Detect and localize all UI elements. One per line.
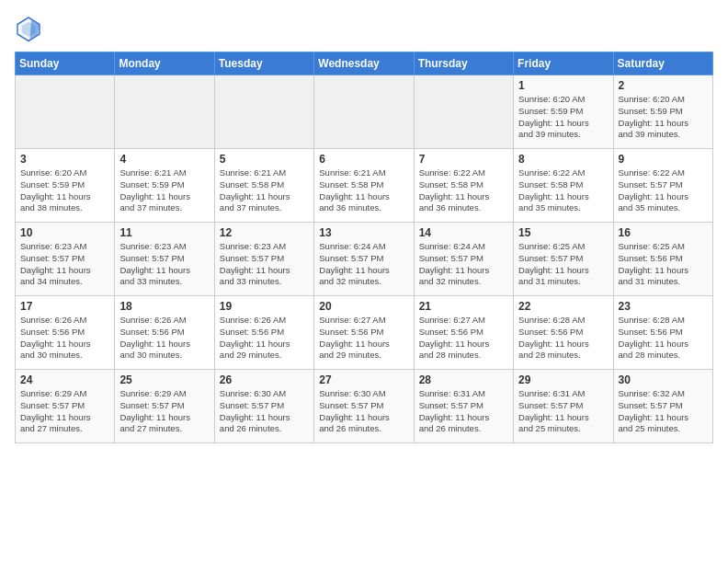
calendar-cell: 5Sunrise: 6:21 AM Sunset: 5:58 PM Daylig… <box>214 149 313 223</box>
calendar-cell: 14Sunrise: 6:24 AM Sunset: 5:57 PM Dayli… <box>414 223 513 296</box>
day-number: 2 <box>619 79 708 92</box>
calendar-week-row: 1Sunrise: 6:20 AM Sunset: 5:59 PM Daylig… <box>16 75 713 149</box>
calendar-cell: 7Sunrise: 6:22 AM Sunset: 5:58 PM Daylig… <box>414 149 513 223</box>
day-info: Sunrise: 6:28 AM Sunset: 5:56 PM Dayligh… <box>619 315 708 362</box>
day-number: 17 <box>20 300 109 313</box>
day-info: Sunrise: 6:26 AM Sunset: 5:56 PM Dayligh… <box>20 315 109 362</box>
day-number: 19 <box>220 300 309 313</box>
day-info: Sunrise: 6:23 AM Sunset: 5:57 PM Dayligh… <box>20 241 109 288</box>
calendar-cell: 21Sunrise: 6:27 AM Sunset: 5:56 PM Dayli… <box>414 296 513 370</box>
calendar-cell: 17Sunrise: 6:26 AM Sunset: 5:56 PM Dayli… <box>16 296 115 370</box>
day-info: Sunrise: 6:22 AM Sunset: 5:58 PM Dayligh… <box>518 167 608 214</box>
day-number: 13 <box>319 226 408 239</box>
day-info: Sunrise: 6:25 AM Sunset: 5:56 PM Dayligh… <box>619 241 708 288</box>
calendar-cell: 4Sunrise: 6:21 AM Sunset: 5:59 PM Daylig… <box>115 149 214 223</box>
day-number: 16 <box>619 226 708 239</box>
day-info: Sunrise: 6:31 AM Sunset: 5:57 PM Dayligh… <box>419 388 508 435</box>
day-info: Sunrise: 6:21 AM Sunset: 5:58 PM Dayligh… <box>220 167 309 214</box>
day-info: Sunrise: 6:31 AM Sunset: 5:57 PM Dayligh… <box>518 388 608 435</box>
day-info: Sunrise: 6:30 AM Sunset: 5:57 PM Dayligh… <box>319 388 408 435</box>
day-number: 1 <box>518 79 608 92</box>
logo-icon <box>15 15 42 42</box>
calendar-cell: 9Sunrise: 6:22 AM Sunset: 5:57 PM Daylig… <box>613 149 712 223</box>
calendar-cell: 29Sunrise: 6:31 AM Sunset: 5:57 PM Dayli… <box>514 370 613 443</box>
day-info: Sunrise: 6:21 AM Sunset: 5:58 PM Dayligh… <box>319 167 408 214</box>
calendar-cell: 3Sunrise: 6:20 AM Sunset: 5:59 PM Daylig… <box>16 149 115 223</box>
day-number: 21 <box>419 300 508 313</box>
day-info: Sunrise: 6:21 AM Sunset: 5:59 PM Dayligh… <box>119 167 209 214</box>
calendar-cell: 25Sunrise: 6:29 AM Sunset: 5:57 PM Dayli… <box>115 370 214 443</box>
day-info: Sunrise: 6:26 AM Sunset: 5:56 PM Dayligh… <box>220 315 309 362</box>
day-info: Sunrise: 6:30 AM Sunset: 5:57 PM Dayligh… <box>220 388 309 435</box>
calendar-cell: 10Sunrise: 6:23 AM Sunset: 5:57 PM Dayli… <box>16 223 115 296</box>
calendar-body: 1Sunrise: 6:20 AM Sunset: 5:59 PM Daylig… <box>16 75 713 443</box>
calendar-cell: 13Sunrise: 6:24 AM Sunset: 5:57 PM Dayli… <box>314 223 414 296</box>
day-number: 27 <box>319 373 408 386</box>
calendar-cell <box>414 75 513 149</box>
day-number: 5 <box>220 153 309 166</box>
calendar-week-row: 10Sunrise: 6:23 AM Sunset: 5:57 PM Dayli… <box>16 223 713 296</box>
calendar-cell: 23Sunrise: 6:28 AM Sunset: 5:56 PM Dayli… <box>613 296 712 370</box>
day-number: 15 <box>518 226 608 239</box>
day-number: 25 <box>119 373 209 386</box>
weekday-header-sunday: Sunday <box>16 52 115 75</box>
calendar-week-row: 3Sunrise: 6:20 AM Sunset: 5:59 PM Daylig… <box>16 149 713 223</box>
day-number: 14 <box>419 226 508 239</box>
calendar-cell: 22Sunrise: 6:28 AM Sunset: 5:56 PM Dayli… <box>514 296 613 370</box>
calendar-week-row: 24Sunrise: 6:29 AM Sunset: 5:57 PM Dayli… <box>16 370 713 443</box>
calendar-cell: 2Sunrise: 6:20 AM Sunset: 5:59 PM Daylig… <box>613 75 712 149</box>
weekday-row: SundayMondayTuesdayWednesdayThursdayFrid… <box>16 52 713 75</box>
day-info: Sunrise: 6:32 AM Sunset: 5:57 PM Dayligh… <box>619 388 708 435</box>
logo <box>15 15 46 42</box>
calendar-cell <box>314 75 414 149</box>
calendar-cell: 11Sunrise: 6:23 AM Sunset: 5:57 PM Dayli… <box>115 223 214 296</box>
calendar-cell <box>16 75 115 149</box>
day-info: Sunrise: 6:22 AM Sunset: 5:58 PM Dayligh… <box>419 167 508 214</box>
weekday-header-saturday: Saturday <box>613 52 712 75</box>
page-header <box>15 15 713 42</box>
calendar-header: SundayMondayTuesdayWednesdayThursdayFrid… <box>16 52 713 75</box>
calendar-cell <box>214 75 313 149</box>
day-info: Sunrise: 6:26 AM Sunset: 5:56 PM Dayligh… <box>119 315 209 362</box>
day-info: Sunrise: 6:27 AM Sunset: 5:56 PM Dayligh… <box>419 315 508 362</box>
weekday-header-thursday: Thursday <box>414 52 513 75</box>
calendar-cell: 1Sunrise: 6:20 AM Sunset: 5:59 PM Daylig… <box>514 75 613 149</box>
calendar-week-row: 17Sunrise: 6:26 AM Sunset: 5:56 PM Dayli… <box>16 296 713 370</box>
calendar-table: SundayMondayTuesdayWednesdayThursdayFrid… <box>15 52 713 443</box>
day-info: Sunrise: 6:24 AM Sunset: 5:57 PM Dayligh… <box>319 241 408 288</box>
day-number: 7 <box>419 153 508 166</box>
day-number: 24 <box>20 373 109 386</box>
day-info: Sunrise: 6:29 AM Sunset: 5:57 PM Dayligh… <box>119 388 209 435</box>
calendar-cell: 28Sunrise: 6:31 AM Sunset: 5:57 PM Dayli… <box>414 370 513 443</box>
weekday-header-tuesday: Tuesday <box>214 52 313 75</box>
calendar-cell: 19Sunrise: 6:26 AM Sunset: 5:56 PM Dayli… <box>214 296 313 370</box>
day-number: 30 <box>619 373 708 386</box>
day-number: 4 <box>119 153 209 166</box>
day-info: Sunrise: 6:20 AM Sunset: 5:59 PM Dayligh… <box>619 94 708 141</box>
day-info: Sunrise: 6:23 AM Sunset: 5:57 PM Dayligh… <box>220 241 309 288</box>
day-info: Sunrise: 6:28 AM Sunset: 5:56 PM Dayligh… <box>518 315 608 362</box>
day-number: 11 <box>119 226 209 239</box>
day-number: 20 <box>319 300 408 313</box>
day-number: 9 <box>619 153 708 166</box>
day-number: 28 <box>419 373 508 386</box>
calendar-cell: 12Sunrise: 6:23 AM Sunset: 5:57 PM Dayli… <box>214 223 313 296</box>
day-info: Sunrise: 6:20 AM Sunset: 5:59 PM Dayligh… <box>20 167 109 214</box>
weekday-header-wednesday: Wednesday <box>314 52 414 75</box>
day-number: 6 <box>319 153 408 166</box>
calendar-cell: 16Sunrise: 6:25 AM Sunset: 5:56 PM Dayli… <box>613 223 712 296</box>
calendar-cell: 8Sunrise: 6:22 AM Sunset: 5:58 PM Daylig… <box>514 149 613 223</box>
day-info: Sunrise: 6:23 AM Sunset: 5:57 PM Dayligh… <box>119 241 209 288</box>
calendar-cell <box>115 75 214 149</box>
day-number: 23 <box>619 300 708 313</box>
calendar-cell: 30Sunrise: 6:32 AM Sunset: 5:57 PM Dayli… <box>613 370 712 443</box>
calendar-cell: 18Sunrise: 6:26 AM Sunset: 5:56 PM Dayli… <box>115 296 214 370</box>
day-info: Sunrise: 6:24 AM Sunset: 5:57 PM Dayligh… <box>419 241 508 288</box>
day-number: 12 <box>220 226 309 239</box>
calendar-cell: 24Sunrise: 6:29 AM Sunset: 5:57 PM Dayli… <box>16 370 115 443</box>
day-info: Sunrise: 6:25 AM Sunset: 5:57 PM Dayligh… <box>518 241 608 288</box>
calendar-cell: 6Sunrise: 6:21 AM Sunset: 5:58 PM Daylig… <box>314 149 414 223</box>
weekday-header-monday: Monday <box>115 52 214 75</box>
day-number: 8 <box>518 153 608 166</box>
day-number: 3 <box>20 153 109 166</box>
